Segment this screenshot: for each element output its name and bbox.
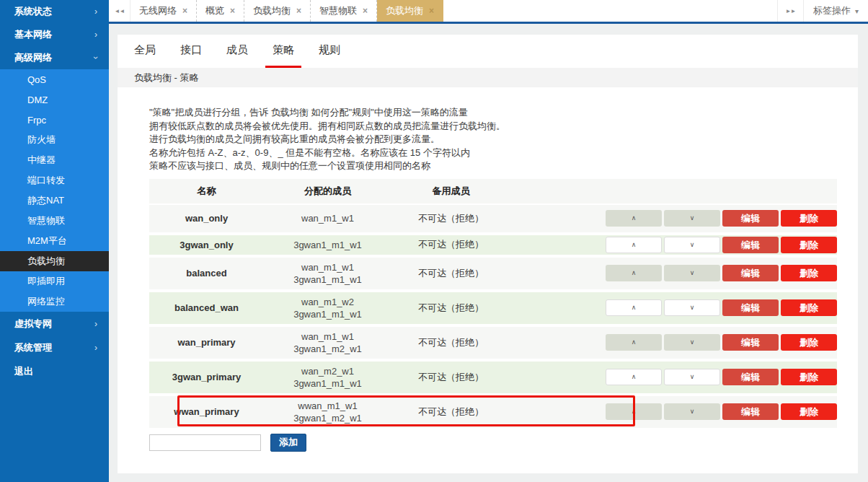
new-policy-name-input[interactable]	[149, 434, 261, 451]
move-down-button[interactable]: ∨	[664, 334, 720, 351]
policy-members: wan_m1_w1	[264, 209, 391, 228]
edit-button[interactable]: 编辑	[722, 237, 779, 253]
add-button[interactable]: 添加	[270, 434, 306, 452]
tab-bar-right: ►► 标签操作 ▾	[777, 0, 868, 22]
edit-button[interactable]: 编辑	[722, 299, 779, 316]
sidebar-item[interactable]: DMZ	[0, 89, 109, 110]
policy-members: wan_m1_w13gwan1_m1_w1	[264, 258, 391, 289]
tab-close-icon[interactable]: ×	[429, 6, 434, 15]
scroll-tabs-right-button[interactable]: ►►	[777, 0, 803, 22]
sidebar-item[interactable]: 中继器	[0, 150, 109, 170]
tab-label: 智慧物联	[319, 4, 357, 17]
delete-button[interactable]: 删除	[781, 403, 837, 420]
delete-button[interactable]: 删除	[781, 237, 837, 253]
subtab-bar: 全局接口成员策略规则	[118, 35, 858, 68]
description-line: 拥有较低跃点数的成员将会被优先使用。拥有相同跃点数的成员把流量进行负载均衡。	[149, 120, 858, 133]
sidebar-item[interactable]: M2M平台	[0, 231, 109, 251]
move-down-button[interactable]: ∨	[664, 210, 720, 227]
member-name: 3gwan1_m2_w1	[264, 343, 391, 355]
policy-members: wan_m1_w23gwan1_m1_w1	[264, 292, 391, 324]
edit-button[interactable]: 编辑	[722, 334, 779, 351]
sidebar-group[interactable]: 虚拟专网›	[0, 312, 109, 336]
member-name: 3gwan1_m1_w1	[264, 239, 391, 251]
member-name: 3gwan1_m1_w1	[264, 377, 391, 390]
sidebar: 系统状态›基本网络›高级网络›QoSDMZFrpc防火墙中继器端口转发静态NAT…	[0, 0, 109, 482]
chevron-right-icon: ›	[94, 343, 97, 352]
move-up-button[interactable]: ∧	[606, 369, 662, 385]
sidebar-item[interactable]: QoS	[0, 69, 109, 89]
policy-content: "策略"把成员进行分组，告诉 负载均衡 如何分配"规则"中使用这一策略的流量拥有…	[118, 87, 858, 473]
sidebar-item-label: 即插即用	[27, 275, 65, 288]
sidebar-group[interactable]: 高级网络›	[0, 46, 109, 69]
delete-button[interactable]: 删除	[781, 334, 837, 351]
delete-button[interactable]: 删除	[781, 369, 837, 385]
subtab-item[interactable]: 成员	[219, 35, 255, 68]
chevron-right-icon: ›	[94, 320, 97, 328]
double-left-arrow-icon: ◄◄	[115, 8, 125, 14]
move-up-button[interactable]: ∧	[606, 265, 662, 281]
sidebar-group[interactable]: 基本网络›	[0, 23, 109, 46]
move-down-button[interactable]: ∨	[664, 369, 720, 385]
member-name: 3gwan1_m1_w1	[264, 308, 391, 320]
move-down-button[interactable]: ∨	[664, 237, 720, 253]
tab[interactable]: 无线网络×	[130, 0, 197, 22]
sidebar-item[interactable]: 网络监控	[0, 292, 109, 312]
sidebar-item[interactable]: 防火墙	[0, 130, 109, 150]
sidebar-item[interactable]: 端口转发	[0, 170, 109, 190]
edit-button[interactable]: 编辑	[722, 369, 779, 385]
sidebar-item[interactable]: 静态NAT	[0, 190, 109, 211]
move-down-button[interactable]: ∨	[664, 265, 720, 281]
delete-button[interactable]: 删除	[781, 299, 837, 316]
sidebar-item[interactable]: 即插即用	[0, 271, 109, 292]
subtab-item[interactable]: 全局	[127, 35, 163, 68]
tab[interactable]: 负载均衡×	[244, 0, 311, 22]
app-root: 系统状态›基本网络›高级网络›QoSDMZFrpc防火墙中继器端口转发静态NAT…	[0, 0, 868, 482]
move-up-button[interactable]: ∧	[606, 237, 662, 253]
tab-active[interactable]: 负载均衡×	[377, 0, 443, 22]
policy-members: 3gwan1_m1_w1	[264, 235, 391, 255]
delete-button[interactable]: 删除	[781, 210, 837, 227]
sidebar-item-label: 智慧物联	[27, 214, 65, 227]
delete-button[interactable]: 删除	[781, 265, 837, 281]
edit-button[interactable]: 编辑	[722, 210, 779, 227]
sidebar-item-label: 基本网络	[14, 28, 52, 41]
add-policy-row: 添加	[149, 434, 858, 452]
description-line: 进行负载均衡的成员之间拥有较高比重的成员将会被分配到更多流量。	[149, 133, 858, 146]
scroll-tabs-left-button[interactable]: ◄◄	[109, 0, 130, 22]
tab-operations-dropdown[interactable]: 标签操作 ▾	[803, 0, 868, 22]
tab-close-icon[interactable]: ×	[230, 6, 235, 15]
subtab-item[interactable]: 接口	[173, 35, 209, 68]
table-row: 3gwan_primary wan_m2_w13gwan1_m1_w1 不可达（…	[149, 360, 837, 395]
move-up-button[interactable]: ∧	[606, 299, 662, 316]
description-line: 策略不应该与接口、成员、规则中的任意一个设置项使用相同的名称	[149, 159, 858, 173]
double-right-arrow-icon: ►►	[786, 8, 796, 14]
sidebar-group[interactable]: 系统状态›	[0, 0, 109, 23]
edit-button[interactable]: 编辑	[722, 403, 779, 420]
tab[interactable]: 概览×	[197, 0, 244, 22]
edit-button[interactable]: 编辑	[722, 265, 779, 281]
tab-close-icon[interactable]: ×	[182, 6, 187, 15]
sidebar-group[interactable]: 退出	[0, 359, 109, 383]
chevron-right-icon: ›	[94, 30, 97, 39]
sidebar-item[interactable]: Frpc	[0, 110, 109, 130]
move-up-button[interactable]: ∧	[606, 210, 662, 227]
subtab-active[interactable]: 策略	[265, 35, 301, 68]
move-up-button[interactable]: ∧	[606, 403, 662, 420]
move-down-button[interactable]: ∨	[664, 299, 720, 316]
policy-backup: 不可达（拒绝）	[391, 267, 510, 280]
tab-close-icon[interactable]: ×	[363, 6, 368, 15]
table-row: wan_only wan_m1_w1 不可达（拒绝） ∧ ∨ 编辑 删除	[149, 203, 837, 234]
sidebar-item[interactable]: 智慧物联	[0, 211, 109, 231]
sidebar-item[interactable]: 负载均衡	[0, 251, 109, 271]
tab-close-icon[interactable]: ×	[296, 6, 301, 15]
sidebar-group[interactable]: 系统管理›	[0, 336, 109, 359]
subtab-item[interactable]: 规则	[311, 35, 347, 68]
policy-description: "策略"把成员进行分组，告诉 负载均衡 如何分配"规则"中使用这一策略的流量拥有…	[149, 106, 858, 173]
tab[interactable]: 智慧物联×	[311, 0, 377, 22]
policy-members: wwan_m1_w13gwan1_m2_w1	[264, 396, 391, 428]
move-down-button[interactable]: ∨	[664, 403, 720, 420]
move-up-button[interactable]: ∧	[606, 334, 662, 351]
policy-table: 名称 分配的成员 备用成员 wan_only wan_m1_w1 不可达（拒绝）…	[149, 179, 837, 429]
table-row: balanced_wan wan_m1_w23gwan1_m1_w1 不可达（拒…	[149, 291, 837, 325]
caret-down-icon: ▾	[855, 7, 859, 15]
